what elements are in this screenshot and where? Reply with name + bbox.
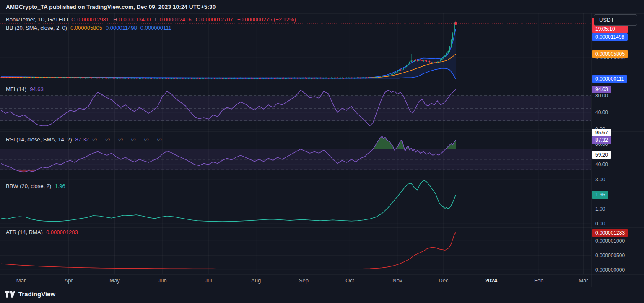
atr-value-badge: 0.000001283 <box>592 229 628 237</box>
header-title: AMBCrypto_TA published on TradingView.co… <box>6 4 216 10</box>
currency-toggle-button[interactable]: USDT <box>594 14 637 26</box>
bbw-legend-row[interactable]: BBW (20, close, 2) 1.96 <box>6 183 65 190</box>
time-axis-label: Mar <box>16 277 26 284</box>
bb-title: BB (20, SMA, close, 2, 0) <box>6 25 67 31</box>
time-axis-label: Sep <box>299 277 309 284</box>
high-value: 0.000013400 <box>119 16 151 23</box>
rsi-value-badge: 59.20 <box>592 151 611 159</box>
time-axis-label: Apr <box>64 277 73 284</box>
tradingview-logo-icon[interactable] <box>5 291 15 298</box>
footer: TradingView <box>5 290 55 298</box>
time-axis-label: 2024 <box>485 277 497 284</box>
rsi-title: RSI (14, close, SMA, 14, 2) <box>6 136 72 143</box>
axis-tick-label: 80.00 <box>595 92 608 99</box>
axis-tick-label: 3.00 <box>595 176 605 183</box>
change-value: −0.000000275 (−2.12%) <box>237 16 296 23</box>
bb-fill <box>1 29 456 79</box>
bb-basis-value: 0.000005805 <box>70 25 102 31</box>
rsi-divergence-markers: ∅ ∅ ∅ ∅ ∅ ∅ <box>92 136 165 143</box>
rsi-value-badge: 95.67 <box>592 129 611 136</box>
rsi-legend-row[interactable]: RSI (14, close, SMA, 14, 2) 87.32 ∅ ∅ ∅ … <box>6 136 165 143</box>
atr-line <box>1 232 456 269</box>
time-axis-label: Mar <box>579 277 588 284</box>
mfi-value-badge: 94.63 <box>592 86 611 93</box>
axis-tick-label: 0.000000000 <box>595 266 625 273</box>
time-axis-label: Nov <box>392 277 402 284</box>
axis-tick-label: 0.00 <box>595 220 605 227</box>
axis-tick-label: 0.000001000 <box>595 238 625 244</box>
axis-tick-label: 40.00 <box>595 109 608 116</box>
price-value-badge: 0.000005805 <box>592 50 628 58</box>
bar-countdown: 19:05:10 <box>595 25 625 33</box>
time-axis-label: Dec <box>439 277 448 284</box>
last-price-marker <box>454 22 457 25</box>
bbw-value-badge: 1.96 <box>592 191 608 199</box>
price-scale-column[interactable]: 0.000012707 19:05:10 USDT 0.0000050000.0… <box>591 0 644 303</box>
mfi-title: MFI (14) <box>6 86 26 93</box>
mfi-value: 94.63 <box>30 86 44 93</box>
low-value: 0.000012416 <box>159 16 191 23</box>
bb-upper-line <box>1 29 456 78</box>
axis-tick-label: 40.00 <box>595 161 608 168</box>
price-value-badge: 0.000000111 <box>592 75 627 83</box>
bbw-value: 1.96 <box>55 183 65 190</box>
bbw-title: BBW (20, close, 2) <box>6 183 51 190</box>
time-axis[interactable]: MarAprMayJunJulAugSepOctNovDec2024FebMar <box>0 274 591 287</box>
open-value: 0.000012981 <box>77 16 109 23</box>
atr-title: ATR (14, RMA) <box>6 229 43 236</box>
price-value-badge: 0.000011498 <box>592 33 628 41</box>
mfi-legend-row[interactable]: MFI (14) 94.63 <box>6 86 44 93</box>
rsi-value: 87.32 <box>75 136 89 143</box>
bb-legend-row[interactable]: BB (20, SMA, close, 2, 0) 0.000005805 0.… <box>6 25 171 31</box>
bb-upper-value: 0.000011498 <box>106 25 137 31</box>
header: AMBCrypto_TA published on TradingView.co… <box>0 0 644 13</box>
symbol-legend-row[interactable]: Bonk/Tether, 1D, GATEIO O0.000012981 H0.… <box>6 16 298 23</box>
tradingview-wordmark[interactable]: TradingView <box>18 290 55 298</box>
time-axis-label: Aug <box>251 277 261 284</box>
time-axis-label: May <box>109 277 120 284</box>
rsi-value-badge: 87.32 <box>592 136 611 144</box>
time-axis-label: Feb <box>534 277 543 284</box>
chart-canvas[interactable] <box>0 0 644 303</box>
ohlc-values: O0.000012981 H0.000013400 L0.000012416 C… <box>71 16 298 23</box>
time-axis-label: Jul <box>205 277 212 284</box>
time-axis-label: Oct <box>345 277 354 284</box>
axis-tick-label: 0.000000500 <box>595 252 625 259</box>
time-axis-label: Jun <box>158 277 167 284</box>
bb-lower-value: 0.000000111 <box>140 25 171 31</box>
atr-legend-row[interactable]: ATR (14, RMA) 0.000001283 <box>6 229 78 236</box>
symbol-title: Bonk/Tether, 1D, GATEIO <box>6 16 68 23</box>
tradingview-published-chart: AMBCrypto_TA published on TradingView.co… <box>0 0 644 303</box>
atr-value: 0.000001283 <box>46 229 78 236</box>
axis-tick-label: 1.00 <box>595 206 605 212</box>
close-value: 0.000012707 <box>201 16 233 23</box>
bbw-line <box>1 180 456 222</box>
